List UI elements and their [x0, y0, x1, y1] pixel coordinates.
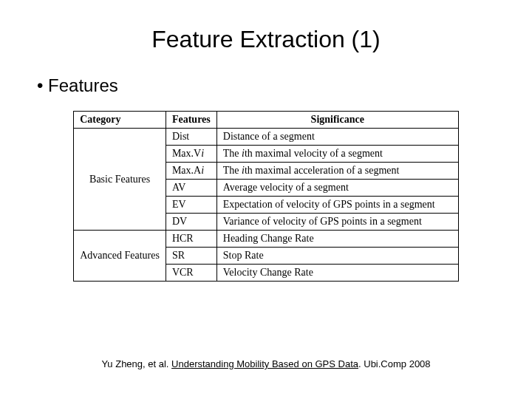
header-features: Features [166, 112, 216, 129]
citation: Yu Zheng, et al. Understanding Mobility … [0, 358, 532, 369]
significance-cell: Distance of a segment [216, 129, 458, 146]
feature-cell: Dist [166, 129, 216, 146]
slide-title: Feature Extraction (1) [30, 26, 502, 53]
significance-cell: The ith maximal velocity of a segment [216, 146, 458, 163]
significance-cell: Expectation of velocity of GPS points in… [216, 197, 458, 214]
significance-cell: Velocity Change Rate [216, 265, 458, 282]
features-table: Category Features Significance Basic Fea… [73, 111, 459, 282]
table-row: Basic Features Dist Distance of a segmen… [74, 129, 459, 146]
table-header-row: Category Features Significance [74, 112, 459, 129]
header-category: Category [74, 112, 166, 129]
citation-link: Understanding Mobility Based on GPS Data [171, 358, 358, 369]
significance-cell: Variance of velocity of GPS points in a … [216, 214, 458, 231]
category-advanced: Advanced Features [74, 231, 166, 282]
feature-cell: DV [166, 214, 216, 231]
feature-cell: Max.Vi [166, 146, 216, 163]
citation-prefix: Yu Zheng, et al. [101, 358, 171, 369]
citation-suffix: . Ubi.Comp 2008 [358, 358, 431, 369]
feature-cell: AV [166, 180, 216, 197]
feature-cell: Max.Ai [166, 163, 216, 180]
category-basic: Basic Features [74, 129, 166, 231]
table-row: Advanced Features HCR Heading Change Rat… [74, 231, 459, 248]
significance-cell: Average velocity of a segment [216, 180, 458, 197]
feature-cell: HCR [166, 231, 216, 248]
significance-cell: Stop Rate [216, 248, 458, 265]
significance-cell: Heading Change Rate [216, 231, 458, 248]
feature-cell: SR [166, 248, 216, 265]
significance-cell: The ith maximal acceleration of a segmen… [216, 163, 458, 180]
feature-cell: VCR [166, 265, 216, 282]
header-significance: Significance [216, 112, 458, 129]
bullet-features: Features [37, 75, 502, 96]
feature-cell: EV [166, 197, 216, 214]
